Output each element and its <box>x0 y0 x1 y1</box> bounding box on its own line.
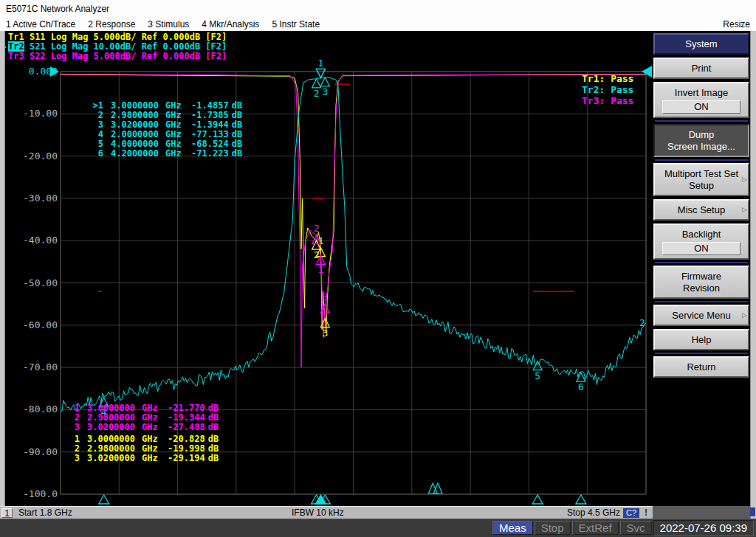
warning-icon: ! <box>642 507 650 518</box>
marker-cell: dB <box>208 412 219 423</box>
trace-id[interactable]: Tr3 <box>8 51 24 61</box>
trace-settings-text: S11 Log Mag 5.000dB/ Ref 0.000dB [F2] <box>24 32 227 42</box>
softkey-print[interactable]: Print <box>653 58 749 79</box>
axis-marker-triangle-icon <box>532 495 543 504</box>
softkey-multiport-test-set-setup[interactable]: Multiport Test SetSetup▷ <box>653 163 749 196</box>
limit-result-tr2: Tr2: Pass <box>582 84 633 95</box>
marker-row: 33.0200000GHz-29.194dB <box>62 454 219 463</box>
marker-cell: 3.0200000 <box>87 423 139 432</box>
submenu-arrow-icon: ▷ <box>742 311 747 319</box>
trace-line-tr3: Tr3 S22 Log Mag 5.000dB/ Ref 0.000dB [F2… <box>1 52 227 61</box>
marker-table-s21: >13.0000000GHz-1.4857dB22.9800000GHz-1.7… <box>86 101 242 159</box>
marker-cell: -71.223 <box>185 149 229 159</box>
resize-button[interactable]: Resize <box>723 19 750 30</box>
marker-cell: GHz <box>165 139 182 149</box>
softkey-return[interactable]: Return <box>653 356 749 378</box>
softkey-label: Service Menu <box>656 310 746 322</box>
marker-number: 2 <box>314 249 320 260</box>
submenu-arrow-icon: ▷ <box>742 176 747 183</box>
marker-number: 3 <box>322 328 328 339</box>
instrument-screen: 0.000-10.00-20.00-30.00-40.00-50.00-60.0… <box>0 31 653 506</box>
y-axis-label: -90.00 <box>23 446 58 457</box>
limit-result-tr1: Tr1: Pass <box>582 73 633 84</box>
softkey-service-menu[interactable]: Service Menu▷ <box>653 305 749 326</box>
channel-number-box: 1 <box>1 508 13 518</box>
softkey-separator <box>655 159 748 161</box>
marker-glyph-active <box>316 69 325 78</box>
marker-cell: 3 <box>62 423 80 432</box>
start-frequency-label: Start 1.8 GHz <box>18 507 72 518</box>
marker-row: 64.2000000GHz-71.223dB <box>86 149 242 159</box>
softkey-system[interactable]: System <box>653 33 749 55</box>
marker-number: 2 <box>314 88 320 99</box>
marker-cell: dB <box>232 100 242 111</box>
softkey-label: Help <box>656 334 746 346</box>
marker-number: 1 <box>318 58 324 69</box>
y-axis-label: -60.00 <box>23 319 58 330</box>
marker-cell: GHz <box>165 100 182 111</box>
y-axis-label: -70.00 <box>23 361 58 373</box>
marker-glyph <box>312 79 321 88</box>
y-axis-label: -40.00 <box>23 235 58 246</box>
menu-item-4-mkr-analysis[interactable]: 4 Mkr/Analysis <box>202 19 259 30</box>
marker-cell: dB <box>232 148 242 159</box>
softkey-state-value: ON <box>662 100 740 114</box>
y-axis-label: -20.00 <box>23 150 58 162</box>
submenu-arrow-icon: ▷ <box>742 206 747 213</box>
softkey-label: Screen Image... <box>656 141 746 153</box>
marker-table-s22: 13.0000000GHz-21.770dB22.9800000GHz-19.3… <box>62 403 219 432</box>
marker-cell: GHz <box>142 453 158 463</box>
softkey-help[interactable]: Help <box>653 329 749 350</box>
marker-cell: dB <box>232 139 242 149</box>
marker-cell: GHz <box>142 434 158 444</box>
menu-item-2-response[interactable]: 2 Response <box>88 19 135 30</box>
window-title: E5071C Network Analyzer <box>6 4 109 14</box>
marker-number: 3 <box>322 86 328 97</box>
softkey-label: Setup <box>656 180 746 192</box>
softkey-dump-screen-image[interactable]: DumpScreen Image... <box>653 124 749 157</box>
marker-cell: GHz <box>165 119 182 130</box>
limit-result-tr3: Tr3: Pass <box>582 95 633 106</box>
marker-glyph <box>320 77 329 86</box>
menu-item-3-stimulus[interactable]: 3 Stimulus <box>148 19 189 30</box>
trace-id[interactable]: Tr2 <box>8 41 24 52</box>
marker-number: 1 <box>318 264 324 275</box>
trace-settings-text: S22 Log Mag 5.000dB/ Ref 0.000dB [F2] <box>24 51 227 61</box>
instrument-status-bar: MeasStopExtRefSvc 2022-07-26 09:39 <box>0 519 756 537</box>
marker-cell: -27.488 <box>161 423 205 432</box>
softkey-firmware-revision[interactable]: FirmwareRevision <box>653 266 749 299</box>
indicator-svc: Svc <box>620 521 652 535</box>
menu-item-5-instr-state[interactable]: 5 Instr State <box>272 19 320 30</box>
menu-item-1-active-ch-trace[interactable]: 1 Active Ch/Trace <box>6 19 75 30</box>
stimulus-status-bar: 1 Start 1.8 GHz IFBW 10 kHz Stop 4.5 GHz… <box>0 506 653 519</box>
marker-cell: dB <box>208 434 219 444</box>
softkey-backlight[interactable]: BacklightON <box>653 224 749 260</box>
softkey-state-value: ON <box>662 242 740 255</box>
y-axis-label: -100.0 <box>23 488 58 499</box>
marker-row: 33.0200000GHz-27.488dB <box>62 423 219 432</box>
marker-number: 6 <box>578 381 584 392</box>
window-border-right <box>750 31 756 519</box>
softkey-label: System <box>656 38 746 50</box>
y-axis-label: -30.00 <box>23 193 58 204</box>
marker-cell: dB <box>208 443 219 454</box>
softkey-label: Return <box>656 361 746 373</box>
softkey-misc-setup[interactable]: Misc Setup▷ <box>653 199 749 221</box>
marker-cell: dB <box>232 110 242 120</box>
softkey-label: Print <box>656 63 746 75</box>
ref-level-arrow-right-icon <box>642 66 652 77</box>
marker-cell: 3 <box>62 454 80 463</box>
softkey-label: Revision <box>656 283 746 294</box>
menu-bar: 1 Active Ch/Trace2 Response3 Stimulus4 M… <box>0 18 756 31</box>
window-border-left <box>0 31 5 506</box>
softkey-invert-image[interactable]: Invert ImageON <box>653 82 749 118</box>
marker-number: 3 <box>322 291 328 302</box>
softkey-label: Firmware <box>656 271 746 283</box>
axis-marker-triangle-icon <box>99 495 109 504</box>
trace-id[interactable]: Tr1 <box>8 32 24 42</box>
softkey-label: Backlight <box>656 229 746 240</box>
marker-cell: GHz <box>165 129 182 139</box>
softkey-separator <box>655 120 748 122</box>
y-axis-label: -80.00 <box>23 403 58 415</box>
axis-marker-triangle-icon <box>576 495 586 504</box>
